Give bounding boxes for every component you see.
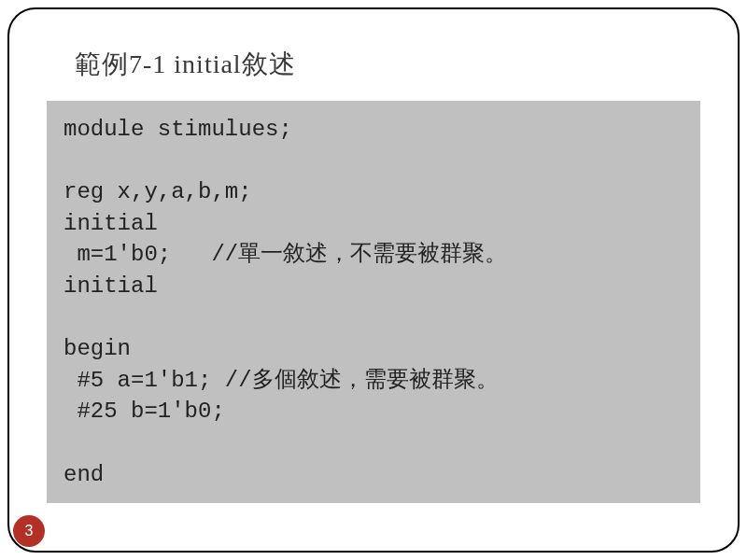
page-number: 3 — [25, 523, 34, 539]
page-number-badge: 3 — [13, 515, 45, 547]
code-block: module stimulues; reg x,y,a,b,m; initial… — [47, 101, 700, 503]
slide-frame: 範例7-1 initial敘述 module stimulues; reg x,… — [7, 7, 740, 553]
slide-title: 範例7-1 initial敘述 — [47, 47, 700, 82]
